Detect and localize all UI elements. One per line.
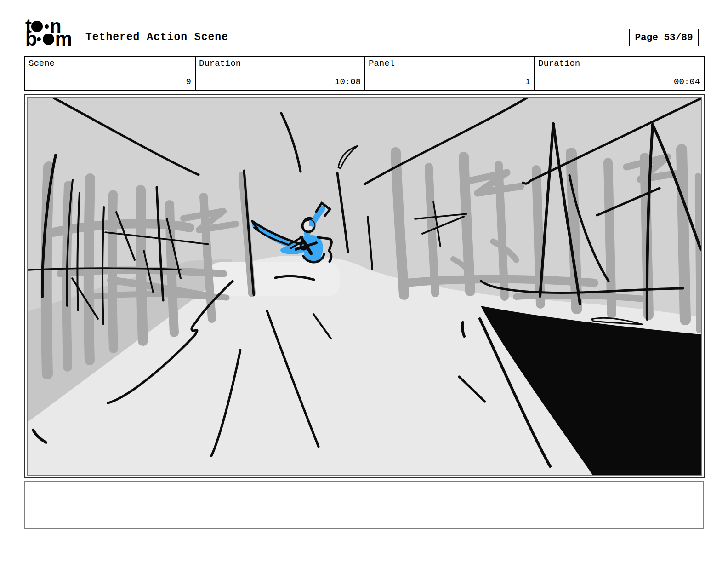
project-title: Tethered Action Scene xyxy=(85,31,228,43)
page-number-box: Page 53/89 xyxy=(629,29,699,46)
meta-value: 1 xyxy=(525,77,530,87)
meta-value: 9 xyxy=(186,77,191,87)
logo-letter: m xyxy=(55,32,71,46)
toon-boom-logo: t n b m xyxy=(25,19,85,46)
logo-dot-small-icon xyxy=(45,24,49,29)
meta-value: 00:04 xyxy=(674,77,700,87)
meta-cell-scene-duration: Duration 10:08 xyxy=(195,57,364,90)
caption-box xyxy=(24,481,704,529)
logo-dot-small-icon xyxy=(37,37,41,41)
storyboard-panel-frame xyxy=(24,94,705,478)
meta-label: Scene xyxy=(28,58,55,69)
meta-label: Panel xyxy=(369,58,395,69)
panel-metadata-table: Scene 9 Duration 10:08 Panel 1 Duration … xyxy=(24,56,705,91)
meta-cell-panel-duration: Duration 00:04 xyxy=(534,57,704,90)
meta-value: 10:08 xyxy=(335,77,361,87)
storyboard-panel-drawing xyxy=(28,98,701,475)
meta-cell-panel: Panel 1 xyxy=(364,57,534,90)
meta-label: Duration xyxy=(538,58,580,69)
meta-label: Duration xyxy=(199,58,241,69)
camera-frame-border xyxy=(27,97,702,476)
storyboard-page: t n b m Tethered Action Scene Page 53/89… xyxy=(0,0,728,563)
meta-cell-scene: Scene 9 xyxy=(25,57,195,90)
logo-row-bottom: b m xyxy=(25,32,85,46)
logo-dot-large-icon xyxy=(43,34,54,45)
logo-letter: b xyxy=(25,32,36,46)
